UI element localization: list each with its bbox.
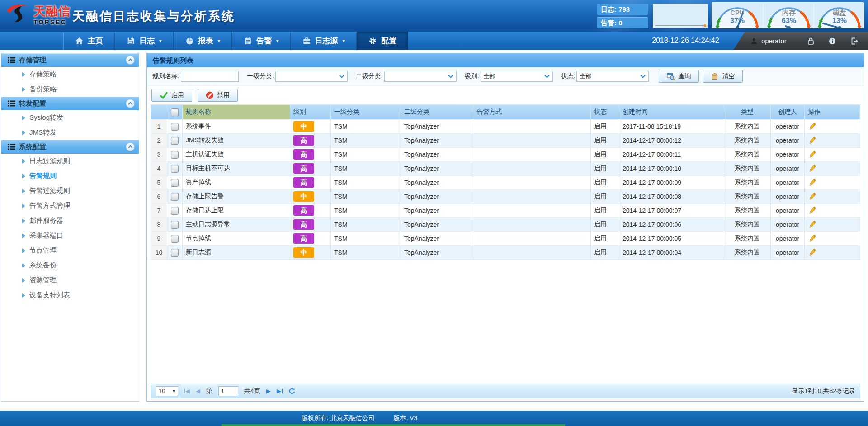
category1-cell: TSM [331, 120, 401, 133]
level-badge: 高 [293, 177, 314, 188]
row-checkbox[interactable] [171, 221, 179, 229]
nav-item-reports[interactable]: 报表 ▾ [174, 32, 232, 50]
sidebar-item-备份策略[interactable]: 备份策略 [1, 82, 139, 97]
category1-select[interactable] [275, 71, 348, 82]
edit-icon[interactable] [808, 164, 817, 173]
clear-button[interactable]: 清空 [703, 70, 743, 83]
next-page-button[interactable]: ▶ [266, 388, 271, 394]
actions-cell [805, 204, 860, 217]
nav-item-logsources[interactable]: 日志源 ▾ [291, 32, 357, 50]
disable-button[interactable]: 禁用 [198, 89, 238, 102]
edit-icon[interactable] [808, 248, 817, 257]
sidebar-item-存储策略[interactable]: 存储策略 [1, 67, 139, 82]
collapse-button[interactable] [126, 56, 135, 65]
nav-item-label: 主页 [88, 36, 103, 46]
logout-icon[interactable] [850, 37, 858, 45]
status-cell: 启用 [591, 218, 619, 231]
edit-icon[interactable] [808, 192, 817, 201]
sidebar-section-header[interactable]: 系统配置 [1, 140, 139, 154]
actions-cell [805, 190, 860, 203]
row-checkbox[interactable] [171, 179, 179, 187]
actions-cell [805, 148, 860, 161]
table-row: 8 主动日志源异常 高 TSM TopAnalyzer 启用 2014-12-1… [151, 217, 860, 231]
sidebar-item-label: 设备支持列表 [29, 291, 70, 300]
app-footer: 版权所有: 北京天融信公司 版本: V3 [0, 411, 868, 426]
collapse-button[interactable] [126, 99, 135, 108]
edit-icon[interactable] [808, 234, 817, 243]
user-icon [750, 37, 758, 45]
sidebar-item-采集器端口[interactable]: 采集器端口 [1, 228, 139, 243]
rule-name-cell: 存储上限告警 [183, 190, 290, 203]
level-select-value: 全部 [484, 72, 495, 80]
row-checkbox[interactable] [171, 151, 179, 159]
edit-icon[interactable] [808, 178, 817, 187]
nav-item-logs[interactable]: 日志 ▾ [115, 32, 174, 50]
log-count-chip[interactable]: 日志: 793 [597, 4, 648, 15]
select-all-checkbox[interactable] [171, 108, 179, 116]
created-time-cell: 2014-12-17 00:00:05 [619, 232, 724, 245]
category2-cell: TopAnalyzer [401, 190, 473, 203]
nav-item-home[interactable]: 主页 [63, 32, 115, 50]
level-label: 级别: [465, 72, 479, 80]
row-checkbox[interactable] [171, 235, 179, 243]
rule-name-input[interactable] [181, 71, 239, 82]
sidebar-section-items: 日志过滤规则 告警规则 告警过滤规则 告警方式管理 邮件服务器 采集器端口 节点… [1, 154, 139, 303]
sidebar-item-资源管理[interactable]: 资源管理 [1, 273, 139, 288]
search-button[interactable]: 查询 [659, 70, 699, 83]
row-checkbox[interactable] [171, 193, 179, 201]
alarm-method-cell [473, 190, 591, 203]
page-title: 天融信日志收集与分析系统 [72, 8, 235, 24]
sidebar-item-label: 告警过滤规则 [29, 187, 70, 195]
sidebar-item-Syslog转发[interactable]: Syslog转发 [1, 110, 139, 125]
sidebar-section-header[interactable]: 存储管理 [1, 53, 139, 67]
row-checkbox-cell [167, 204, 183, 217]
triangle-icon [22, 234, 25, 238]
sidebar-item-日志过滤规则[interactable]: 日志过滤规则 [1, 154, 139, 169]
row-number: 9 [151, 232, 167, 245]
page-number-input[interactable] [218, 386, 238, 396]
category2-select[interactable] [384, 71, 457, 82]
row-checkbox[interactable] [171, 123, 179, 131]
lock-icon[interactable] [807, 37, 814, 45]
first-page-button[interactable]: ◀ [184, 388, 190, 394]
nav-item-config[interactable]: 配置 [357, 32, 408, 50]
type-cell: 系统内置 [724, 232, 771, 245]
row-checkbox[interactable] [171, 249, 179, 257]
nav-item-alarms[interactable]: 告警 ▾ [232, 32, 291, 50]
last-page-button[interactable]: ▶ [277, 388, 283, 394]
sidebar-item-label: 采集器端口 [29, 231, 63, 240]
sidebar-item-JMS转发[interactable]: JMS转发 [1, 125, 139, 140]
sidebar-item-节点管理[interactable]: 节点管理 [1, 243, 139, 258]
refresh-button[interactable] [288, 388, 296, 395]
row-checkbox[interactable] [171, 137, 179, 145]
alarm-count-chip[interactable]: 告警: 0 [597, 17, 648, 28]
sidebar-item-邮件服务器[interactable]: 邮件服务器 [1, 213, 139, 228]
edit-icon[interactable] [808, 206, 817, 215]
level-select[interactable]: 全部 [481, 71, 553, 82]
prev-page-button[interactable]: ◀ [196, 388, 200, 394]
row-checkbox[interactable] [171, 165, 179, 173]
table-row: 2 JMS转发失败 高 TSM TopAnalyzer 启用 2014-12-1… [151, 133, 860, 147]
edit-icon[interactable] [808, 122, 817, 131]
enable-button[interactable]: 启用 [151, 89, 192, 102]
sidebar-item-label: 备份策略 [29, 85, 57, 94]
sidebar-item-告警规则[interactable]: 告警规则 [1, 169, 139, 183]
row-checkbox[interactable] [171, 207, 179, 215]
creator-cell: operator [771, 232, 805, 245]
sidebar-item-设备支持列表[interactable]: 设备支持列表 [1, 288, 139, 303]
sidebar-item-告警过滤规则[interactable]: 告警过滤规则 [1, 183, 139, 198]
sidebar-item-系统备份[interactable]: 系统备份 [1, 258, 139, 273]
username[interactable]: operator [761, 37, 787, 45]
sidebar-section-header[interactable]: 转发配置 [1, 97, 139, 110]
info-icon[interactable] [829, 37, 836, 45]
status-select[interactable]: 全部 [576, 71, 649, 82]
page-size-select[interactable]: 10 ▾ [156, 386, 178, 396]
edit-icon[interactable] [808, 136, 817, 145]
edit-icon[interactable] [808, 220, 817, 229]
status-cell: 启用 [591, 148, 619, 161]
sidebar-item-告警方式管理[interactable]: 告警方式管理 [1, 198, 139, 213]
category2-cell: TopAnalyzer [401, 120, 473, 133]
mini-trend-box [653, 4, 708, 28]
edit-icon[interactable] [808, 150, 817, 159]
collapse-button[interactable] [126, 142, 135, 151]
